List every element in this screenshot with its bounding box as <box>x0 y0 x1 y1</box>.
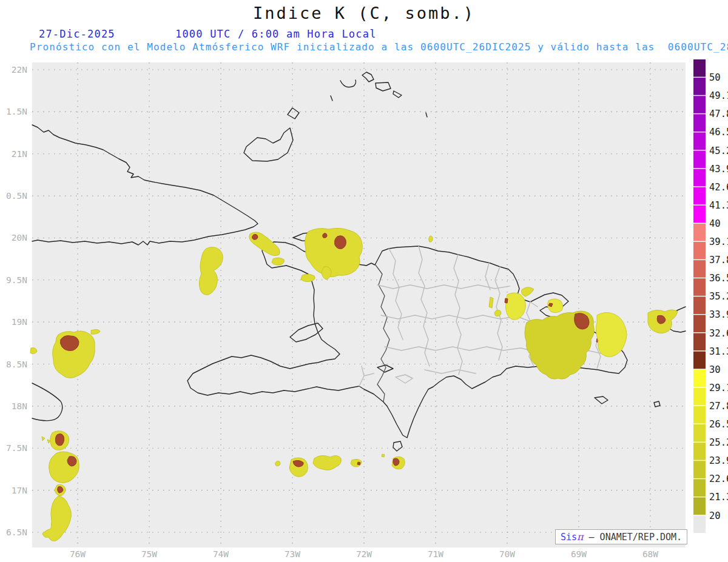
latitude-axis-labels: 22N1.5N21N0.5N20N9.5N19N8.5N18N7.5N17N6.… <box>6 65 27 537</box>
colorbar-segment <box>693 424 706 442</box>
colorbar-tick-label: 26.5 <box>709 419 728 430</box>
longitude-axis-labels: 76W75W74W73W72W71W70W69W68W <box>70 549 658 559</box>
colorbar-segment <box>693 516 706 534</box>
colorbar-segment <box>693 315 706 332</box>
lat-tick-label: 17N <box>12 486 27 495</box>
lat-tick-label: 6.5N <box>6 527 27 537</box>
colorbar-tick-label: 50 <box>709 72 721 83</box>
colorbar-segment <box>693 206 706 223</box>
lat-tick-label: 8.5N <box>6 360 27 369</box>
colorbar-segment <box>693 224 706 241</box>
weather-map-page: Indice K (C, somb.) 27-Dic-2025 1000 UTC… <box>0 0 728 562</box>
lon-tick-label: 73W <box>285 549 300 559</box>
lon-tick-label: 68W <box>642 549 658 559</box>
colorbar-tick-label: 27.8 <box>709 401 728 412</box>
lat-tick-label: 0.5N <box>6 191 27 201</box>
colorbar-segment <box>693 169 706 187</box>
colorbar-tick-label: 45.2 <box>709 146 728 156</box>
colorbar-tick-label: 39.1 <box>709 236 728 247</box>
lon-tick-label: 76W <box>70 549 86 559</box>
colorbar-segment <box>693 151 706 169</box>
colorbar-tick-label: 41.3 <box>709 200 728 211</box>
colorbar-tick-label: 30 <box>709 364 721 375</box>
lon-tick-label: 70W <box>499 549 515 559</box>
colorbar-segment <box>693 96 706 113</box>
colorbar-segment <box>693 260 706 278</box>
lon-tick-label: 71W <box>428 549 443 559</box>
lon-tick-label: 74W <box>213 549 229 559</box>
colorbar-segment <box>693 370 706 387</box>
colorbar-segment <box>693 333 706 351</box>
lat-tick-label: 22N <box>12 65 27 75</box>
pi-logo-icon: π <box>577 531 584 543</box>
colorbar-segment <box>693 461 706 478</box>
k-index-colorbar <box>693 59 706 533</box>
colorbar-tick-label: 25.2 <box>709 437 728 448</box>
colorbar-tick-label: 21.3 <box>709 492 728 503</box>
colorbar-tick-label: 35.2 <box>709 291 728 302</box>
watermark-suffix: – ONAMET/REP.DOM. <box>584 532 682 543</box>
lat-tick-label: 1.5N <box>6 107 27 116</box>
watermark-brand: Sis <box>561 532 577 543</box>
map-canvas: 22N1.5N21N0.5N20N9.5N19N8.5N18N7.5N17N6.… <box>0 0 728 562</box>
colorbar-tick-label: 33.9 <box>709 309 728 320</box>
lat-tick-label: 7.5N <box>6 443 27 453</box>
colorbar-tick-label: 22.6 <box>709 473 728 484</box>
lat-tick-label: 18N <box>12 401 27 411</box>
colorbar-segment <box>693 388 706 406</box>
lon-tick-label: 69W <box>571 549 587 559</box>
colorbar-segment <box>693 479 706 497</box>
lat-tick-label: 9.5N <box>6 275 27 285</box>
colorbar-tick-label: 46.5 <box>709 127 728 138</box>
colorbar-tick-label: 37.8 <box>709 255 728 266</box>
colorbar-segment <box>693 443 706 460</box>
colorbar-tick-label: 29.1 <box>709 383 728 393</box>
colorbar-segment <box>693 59 706 77</box>
colorbar-segment <box>693 242 706 259</box>
lat-tick-label: 19N <box>12 317 27 327</box>
colorbar-tick-label: 49.1 <box>709 90 728 101</box>
colorbar-segment <box>693 497 706 515</box>
colorbar-tick-label: 20 <box>709 510 721 521</box>
colorbar-tick-label: 23.9 <box>709 455 728 466</box>
watermark-box: Sisπ – ONAMET/REP.DOM. <box>555 529 687 544</box>
lon-tick-label: 75W <box>141 549 157 559</box>
map-plot-background <box>32 62 686 547</box>
colorbar-tick-label: 36.5 <box>709 273 728 284</box>
colorbar-segment <box>693 132 706 150</box>
colorbar-tick-label: 40 <box>709 218 721 229</box>
colorbar-segment <box>693 114 706 132</box>
colorbar-segment <box>693 278 706 296</box>
colorbar-tick-label: 31.3 <box>709 346 728 357</box>
lon-tick-label: 72W <box>356 549 372 559</box>
lat-tick-label: 20N <box>12 233 27 243</box>
colorbar-segment <box>693 78 706 95</box>
colorbar-tick-label: 32.6 <box>709 328 728 339</box>
k-index-colorbar-labels: 5049.147.846.545.243.942.641.34039.137.8… <box>709 72 728 521</box>
colorbar-tick-label: 47.8 <box>709 109 728 119</box>
colorbar-segment <box>693 296 706 314</box>
colorbar-segment <box>693 187 706 205</box>
colorbar-segment <box>693 352 706 369</box>
colorbar-tick-label: 42.6 <box>709 182 728 193</box>
colorbar-segment <box>693 406 706 424</box>
lat-tick-label: 21N <box>12 149 27 159</box>
colorbar-tick-label: 43.9 <box>709 164 728 175</box>
